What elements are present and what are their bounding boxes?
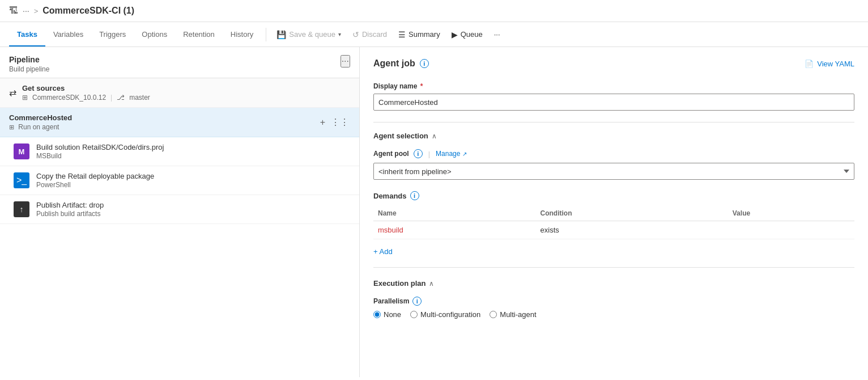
get-sources-branch: master: [129, 94, 150, 102]
agent-job-title-text: Agent job: [373, 58, 415, 69]
demand-condition-cell: exists: [536, 221, 728, 239]
task-publish-info: Publish Artifact: drop Publish build art…: [36, 201, 104, 218]
get-sources-row[interactable]: ⇄ Get sources ⊞ CommerceSDK_10.0.12 | ⎇ …: [0, 78, 359, 108]
parallelism-multi-config-option[interactable]: Multi-configuration: [410, 310, 480, 319]
demands-col-condition: Condition: [536, 206, 728, 221]
more-button[interactable]: ···: [488, 27, 506, 42]
discard-button[interactable]: ↺ Discard: [347, 27, 393, 43]
view-yaml-icon: 📄: [805, 60, 814, 68]
msbuild-icon: M: [14, 143, 29, 159]
discard-label: Discard: [362, 30, 387, 39]
task-build-info: Build solution RetailSDK/Code/dirs.proj …: [36, 143, 164, 160]
task-publish-type: Publish build artifacts: [36, 210, 104, 218]
agent-job-title-row: Agent job i: [373, 58, 429, 69]
pipeline-header-left: Pipeline Build pipeline: [9, 55, 49, 73]
execution-plan-header[interactable]: Execution plan ∧: [373, 279, 854, 288]
demands-info-icon[interactable]: i: [410, 191, 419, 200]
get-sources-title: Get sources: [22, 84, 150, 92]
tab-tasks[interactable]: Tasks: [9, 23, 45, 47]
pipe-separator: |: [428, 150, 430, 158]
divider-2: [373, 267, 854, 268]
add-label: + Add: [373, 247, 393, 256]
add-task-button[interactable]: +: [319, 116, 326, 129]
task-build-solution[interactable]: M Build solution RetailSDK/Code/dirs.pro…: [0, 137, 359, 166]
demands-col-name: Name: [373, 206, 536, 221]
right-panel: Agent job i 📄 View YAML Display name * A…: [360, 47, 868, 377]
task-copy-retail[interactable]: >_ Copy the Retail deployable package Po…: [0, 166, 359, 195]
publish-icon: ↑: [14, 201, 29, 217]
manage-link[interactable]: Manage ↗: [436, 150, 467, 158]
job-name: CommerceHosted: [9, 113, 72, 122]
tab-triggers[interactable]: Triggers: [91, 23, 134, 47]
job-header[interactable]: CommerceHosted ⊞ Run on agent + ⋮⋮: [0, 108, 359, 137]
task-publish-artifact[interactable]: ↑ Publish Artifact: drop Publish build a…: [0, 195, 359, 224]
parallelism-multi-agent-label: Multi-agent: [500, 310, 536, 319]
queue-button[interactable]: ▶ Queue: [446, 27, 488, 43]
tab-variables[interactable]: Variables: [45, 23, 91, 47]
toolbar-separator-1: [266, 28, 266, 41]
tab-history[interactable]: History: [223, 23, 261, 47]
demand-name-cell: msbuild: [373, 221, 536, 239]
add-demand-button[interactable]: + Add: [373, 245, 393, 258]
table-row: msbuild exists: [373, 221, 854, 239]
execution-plan-title: Execution plan: [373, 279, 426, 288]
summary-button[interactable]: ☰ Summary: [393, 27, 446, 43]
required-marker: *: [420, 82, 423, 90]
page-title: CommerceSDK-CI (1): [42, 6, 134, 16]
external-link-icon: ↗: [462, 151, 467, 157]
breadcrumb-dots[interactable]: ···: [23, 6, 29, 15]
more-dots: ···: [494, 30, 500, 39]
agent-pool-info-icon[interactable]: i: [414, 149, 423, 158]
summary-label: Summary: [409, 30, 440, 39]
branch-icon: ⎇: [117, 94, 125, 102]
parallelism-multi-agent-option[interactable]: Multi-agent: [490, 310, 536, 319]
parallelism-none-radio[interactable]: [373, 311, 381, 318]
agent-pool-select[interactable]: <inherit from pipeline>: [373, 163, 854, 180]
agent-pool-field-group: Agent pool i | Manage ↗ <inherit from pi…: [373, 149, 854, 180]
queue-label: Queue: [461, 30, 483, 39]
parallelism-row: Parallelism i: [373, 297, 854, 306]
task-copy-type: PowerShell: [36, 181, 154, 189]
execution-plan-chevron-icon: ∧: [429, 280, 434, 288]
dropdown-arrow-icon: ▾: [338, 31, 341, 37]
view-yaml-label: View YAML: [817, 60, 854, 68]
execution-plan-section: Execution plan ∧ Parallelism i None Mult…: [373, 279, 854, 319]
agent-pool-header-row: Agent pool i | Manage ↗: [373, 149, 854, 158]
get-sources-repo: CommerceSDK_10.0.12: [32, 94, 106, 102]
job-more-button[interactable]: ⋮⋮: [330, 116, 350, 129]
get-sources-icon: ⇄: [9, 87, 16, 98]
view-yaml-button[interactable]: 📄 View YAML: [805, 60, 854, 68]
repo-icon: ⊞: [22, 94, 28, 102]
parallelism-multi-config-radio[interactable]: [410, 311, 418, 318]
demands-label: Demands: [373, 192, 407, 200]
agent-selection-title: Agent selection: [373, 132, 428, 140]
main-layout: Pipeline Build pipeline ··· ⇄ Get source…: [0, 47, 868, 377]
save-icon: 💾: [276, 30, 286, 39]
parallelism-none-option[interactable]: None: [373, 310, 401, 319]
parallelism-multi-agent-radio[interactable]: [490, 311, 497, 318]
agent-selection-section-header[interactable]: Agent selection ∧: [373, 132, 854, 140]
divider-1: [373, 122, 854, 123]
task-copy-name: Copy the Retail deployable package: [36, 172, 154, 180]
toolbar: Tasks Variables Triggers Options Retenti…: [0, 22, 868, 47]
display-name-input[interactable]: [373, 94, 854, 111]
agent-icon: ⊞: [9, 124, 14, 130]
breadcrumb-bar: 🏗 ··· > CommerceSDK-CI (1): [0, 0, 868, 22]
parallelism-none-label: None: [384, 310, 401, 319]
tab-retention[interactable]: Retention: [175, 23, 223, 47]
parallelism-label: Parallelism: [373, 297, 409, 305]
pipeline-icon: 🏗: [9, 6, 18, 16]
display-name-field-group: Display name *: [373, 82, 854, 111]
parallelism-info-icon[interactable]: i: [412, 297, 422, 306]
save-queue-button[interactable]: 💾 Save & queue ▾: [271, 27, 347, 43]
agent-job-header: Agent job i 📄 View YAML: [373, 58, 854, 69]
task-publish-name: Publish Artifact: drop: [36, 201, 104, 209]
agent-job-info-icon[interactable]: i: [420, 59, 429, 68]
pipeline-more-button[interactable]: ···: [341, 55, 350, 67]
task-build-name: Build solution RetailSDK/Code/dirs.proj: [36, 143, 164, 151]
task-copy-info: Copy the Retail deployable package Power…: [36, 172, 154, 189]
agent-selection-chevron-icon: ∧: [432, 132, 437, 140]
demands-col-value: Value: [728, 206, 854, 221]
tab-options[interactable]: Options: [134, 23, 175, 47]
queue-icon: ▶: [452, 30, 458, 39]
